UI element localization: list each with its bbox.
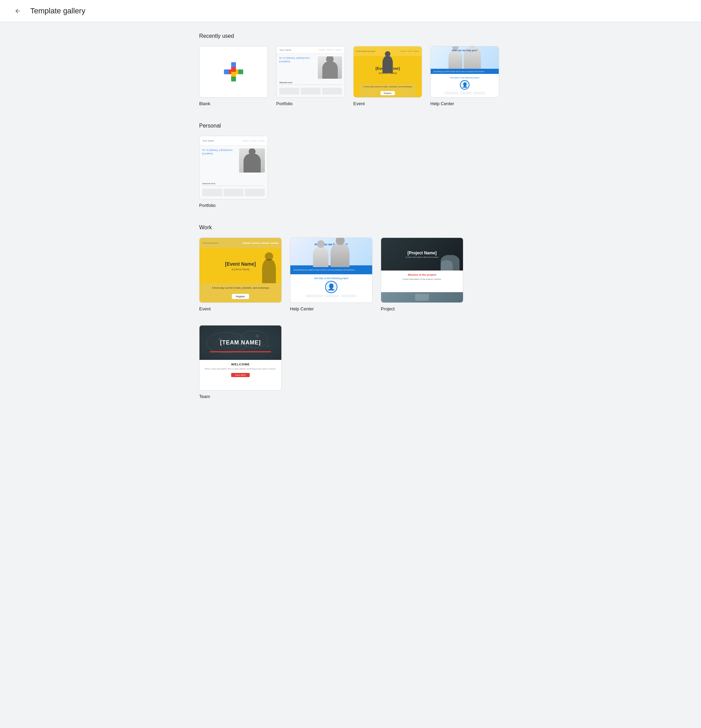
work-title: Work bbox=[199, 224, 502, 231]
event-large-date: at [Venue Name] bbox=[232, 268, 249, 270]
portfolio-person-image bbox=[318, 56, 342, 79]
work-section: Work From Event to Event bbox=[199, 224, 502, 399]
event-large-content: [Event Name] at [Venue Name] bbox=[200, 248, 281, 283]
help-large-circle-icon: 👤 bbox=[325, 281, 337, 293]
portfolio-nav-dots bbox=[319, 49, 342, 50]
event-large-header: From Event to Event bbox=[200, 238, 281, 248]
event-large-name: [Event Name] bbox=[225, 261, 256, 267]
template-help-recent[interactable]: How can we help you? Everything you need… bbox=[430, 46, 499, 106]
main-content: Recently used Blank Your Name bbox=[185, 22, 516, 436]
personal-nav-items bbox=[242, 140, 265, 141]
portfolio-personal-thumbnail[interactable]: Your Name Hi, I'm [Name], a [Role] from … bbox=[199, 136, 268, 199]
template-help-work[interactable]: How can we help you? Eve bbox=[290, 237, 372, 311]
template-portfolio-personal[interactable]: Your Name Hi, I'm [Name], a [Role] from … bbox=[199, 136, 268, 208]
team-work-label: Team bbox=[199, 394, 282, 399]
personal-port-body: Hi, I'm [Name], a [Role] from [Location]… bbox=[200, 146, 268, 182]
project-desc-text: A short description of the project's mis… bbox=[385, 278, 459, 280]
team-learn-more-btn: Learn More bbox=[231, 373, 250, 377]
template-portfolio-recent[interactable]: Your Name Hi, I'm [Name], a [Role] from … bbox=[276, 46, 345, 106]
team-large-body: WELCOME Write a short description here t… bbox=[200, 360, 281, 390]
svg-point-5 bbox=[266, 345, 269, 347]
work-grid: From Event to Event [Event Name] bbox=[199, 237, 502, 399]
event-large-person bbox=[262, 259, 276, 283]
event-recent-label: Event bbox=[353, 101, 422, 106]
help-work-thumbnail[interactable]: How can we help you? Eve bbox=[290, 237, 372, 303]
template-event-recent[interactable]: From Event to Event [Event Name] bbox=[353, 46, 422, 106]
page-title: Template gallery bbox=[30, 7, 85, 16]
template-blank[interactable]: Blank bbox=[199, 46, 268, 106]
project-large-img bbox=[381, 292, 463, 302]
template-event-work[interactable]: From Event to Event [Event Name] bbox=[199, 237, 282, 311]
help-body: Get help on the following project 👤 bbox=[431, 74, 499, 97]
project-work-label: Project bbox=[381, 306, 463, 311]
team-welcome-text: WELCOME bbox=[231, 363, 250, 366]
portfolio-recent-thumbnail[interactable]: Your Name Hi, I'm [Name], a [Role] from … bbox=[276, 46, 345, 98]
event-large-subtitle: A three-day summit of talks, activities,… bbox=[205, 287, 276, 289]
team-large-name: [TEAM NAME] bbox=[220, 339, 261, 346]
template-project-work[interactable]: [Project Name] A short description about… bbox=[381, 237, 463, 311]
portfolio-personal-label: Portfolio bbox=[199, 203, 268, 208]
portfolio-body: Hi, I'm [Name], a [Role] from [Location]… bbox=[277, 53, 345, 81]
help-large-bar-text: Everything you need to learn how to use … bbox=[294, 269, 355, 271]
project-work-thumbnail[interactable]: [Project Name] A short description about… bbox=[381, 237, 463, 303]
back-button[interactable] bbox=[11, 4, 25, 18]
portfolio-selected: Selected work bbox=[277, 81, 345, 86]
help-hero-person1 bbox=[449, 50, 462, 69]
help-large-lines bbox=[294, 295, 369, 297]
help-circle-icon: 👤 bbox=[460, 80, 469, 90]
help-bar-text: Everything you need to learn how to use … bbox=[433, 71, 485, 72]
personal-port-nav: Your Name bbox=[200, 136, 268, 146]
team-large-hero: [TEAM NAME] bbox=[200, 325, 281, 360]
help-hero-text: How can we help you? bbox=[452, 49, 477, 52]
personal-port-work-boxes bbox=[200, 187, 268, 199]
recently-used-title: Recently used bbox=[199, 33, 502, 39]
blank-label: Blank bbox=[199, 101, 268, 106]
help-large-body: Get help on the following project 👤 bbox=[290, 274, 372, 302]
event-work-label: Event bbox=[199, 306, 282, 311]
event-work-thumbnail[interactable]: From Event to Event [Event Name] bbox=[199, 237, 282, 303]
recently-used-grid: Blank Your Name bbox=[199, 46, 502, 106]
template-team-work[interactable]: [TEAM NAME] WELCOME Write a short descri… bbox=[199, 320, 282, 399]
help-hero: How can we help you? bbox=[431, 46, 499, 69]
help-large-link: Get help on the following project bbox=[314, 277, 348, 279]
help-blue-bar: Everything you need to learn how to use … bbox=[431, 69, 499, 74]
blank-thumbnail[interactable] bbox=[199, 46, 268, 98]
team-desc-text: Write a short description here to help v… bbox=[205, 367, 276, 370]
svg-point-4 bbox=[256, 334, 260, 338]
help-recent-thumbnail[interactable]: How can we help you? Everything you need… bbox=[430, 46, 499, 98]
personal-portfolio-image bbox=[239, 149, 265, 173]
personal-title: Personal bbox=[199, 123, 502, 129]
portfolio-nav-bar: Your Name bbox=[277, 46, 345, 53]
event-person bbox=[382, 56, 393, 73]
personal-selected-text: Selected work bbox=[202, 182, 265, 185]
portfolio-work-boxes bbox=[277, 88, 345, 97]
event-desc: A three-day summit of talks, activities,… bbox=[363, 85, 412, 88]
help-large-hero: How can we help you? bbox=[290, 238, 372, 265]
personal-section: Personal Your Name bbox=[199, 123, 502, 208]
header: Template gallery bbox=[0, 0, 701, 22]
recently-used-section: Recently used Blank Your Name bbox=[199, 33, 502, 106]
event-recent-thumbnail[interactable]: From Event to Event [Event Name] bbox=[353, 46, 422, 98]
project-large-hero: [Project Name] A short description about… bbox=[381, 238, 463, 270]
project-large-sub: A short description about the project bbox=[406, 256, 439, 258]
personal-grid: Your Name Hi, I'm [Name], a [Role] from … bbox=[199, 136, 502, 208]
personal-port-selected-section: Selected work bbox=[200, 182, 268, 187]
project-mission-text: Mission of the project bbox=[385, 273, 459, 276]
help-recent-label: Help Center bbox=[430, 101, 499, 106]
google-plus-icon bbox=[224, 62, 243, 81]
project-large-name: [Project Name] bbox=[406, 251, 439, 256]
team-work-thumbnail[interactable]: [TEAM NAME] WELCOME Write a short descri… bbox=[199, 325, 282, 390]
help-link-text: Get help on the following project bbox=[450, 77, 479, 79]
personal-portfolio-hi: Hi, I'm [Name], a [Role] from [Location]… bbox=[202, 149, 236, 155]
project-large-body: Mission of the project A short descripti… bbox=[381, 270, 463, 292]
event-register-btn: Register bbox=[381, 91, 395, 95]
team-hero-line bbox=[210, 351, 271, 352]
portfolio-recent-label: Portfolio bbox=[276, 101, 345, 106]
event-large-btn: Register bbox=[232, 294, 249, 299]
portfolio-hi-text: Hi, I'm [Name], a [Role] from [Location]… bbox=[279, 56, 315, 63]
help-lines bbox=[445, 92, 485, 94]
help-work-label: Help Center bbox=[290, 306, 372, 311]
